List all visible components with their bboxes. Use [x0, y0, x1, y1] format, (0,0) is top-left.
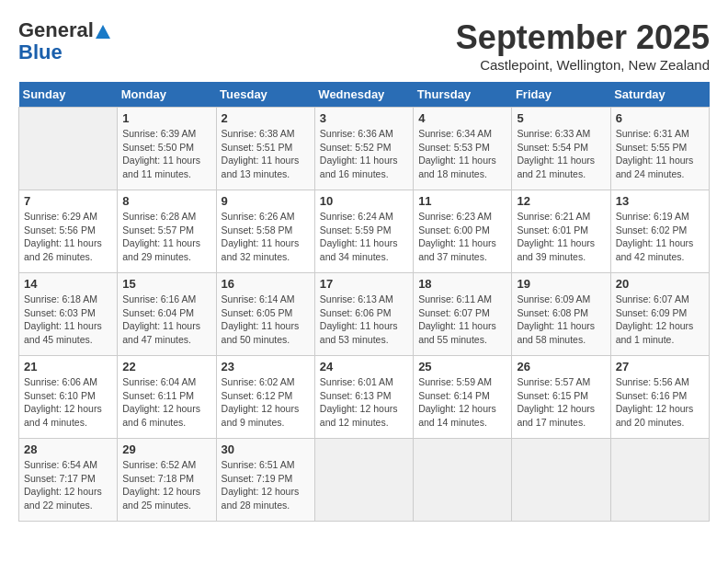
day-number: 12 — [517, 194, 605, 208]
calendar-cell: 17Sunrise: 6:13 AMSunset: 6:06 PMDayligh… — [314, 273, 413, 356]
day-info: Sunrise: 6:09 AMSunset: 6:08 PMDaylight:… — [517, 293, 605, 347]
day-of-week-header: Monday — [118, 82, 216, 108]
month-title: September 2025 — [456, 18, 710, 57]
day-number: 4 — [418, 111, 506, 125]
day-info: Sunrise: 5:59 AMSunset: 6:14 PMDaylight:… — [418, 375, 506, 430]
day-info: Sunrise: 6:04 AMSunset: 6:11 PMDaylight:… — [122, 375, 210, 430]
day-number: 10 — [320, 194, 408, 208]
day-info: Sunrise: 6:34 AMSunset: 5:53 PMDaylight:… — [418, 127, 506, 181]
day-info: Sunrise: 6:29 AMSunset: 5:56 PMDaylight:… — [24, 210, 112, 264]
day-number: 23 — [222, 360, 310, 373]
logo-general: General — [18, 18, 94, 41]
day-number: 19 — [517, 277, 605, 291]
calendar-cell: 10Sunrise: 6:24 AMSunset: 5:59 PMDayligh… — [314, 190, 413, 273]
calendar-cell: 18Sunrise: 6:11 AMSunset: 6:07 PMDayligh… — [414, 273, 512, 356]
location-subtitle: Castlepoint, Wellington, New Zealand — [456, 57, 710, 73]
day-number: 11 — [418, 194, 506, 208]
calendar-cell: 19Sunrise: 6:09 AMSunset: 6:08 PMDayligh… — [512, 273, 610, 356]
calendar-cell: 29Sunrise: 6:52 AMSunset: 7:18 PMDayligh… — [118, 439, 216, 522]
day-info: Sunrise: 6:19 AMSunset: 6:02 PMDaylight:… — [616, 210, 704, 264]
day-info: Sunrise: 6:36 AMSunset: 5:52 PMDaylight:… — [320, 127, 408, 181]
day-number: 27 — [616, 360, 704, 373]
day-number: 14 — [24, 277, 112, 291]
day-info: Sunrise: 6:18 AMSunset: 6:03 PMDaylight:… — [24, 293, 112, 347]
day-info: Sunrise: 6:28 AMSunset: 5:57 PMDaylight:… — [122, 210, 210, 264]
day-info: Sunrise: 5:56 AMSunset: 6:16 PMDaylight:… — [616, 375, 704, 430]
logo-triangle-icon — [96, 25, 110, 39]
calendar-week-row: 7Sunrise: 6:29 AMSunset: 5:56 PMDaylight… — [19, 190, 710, 273]
day-number: 25 — [418, 360, 506, 373]
day-number: 16 — [222, 277, 310, 291]
day-number: 20 — [616, 277, 704, 291]
calendar-cell: 22Sunrise: 6:04 AMSunset: 6:11 PMDayligh… — [118, 356, 216, 439]
day-info: Sunrise: 6:38 AMSunset: 5:51 PMDaylight:… — [222, 127, 310, 181]
logo-blue: Blue — [18, 40, 63, 64]
title-block: September 2025 Castlepoint, Wellington, … — [456, 18, 710, 73]
day-info: Sunrise: 6:33 AMSunset: 5:54 PMDaylight:… — [517, 127, 605, 181]
day-number: 15 — [122, 277, 210, 291]
day-number: 28 — [24, 442, 112, 456]
day-info: Sunrise: 6:24 AMSunset: 5:59 PMDaylight:… — [320, 210, 408, 264]
calendar-cell — [19, 108, 118, 190]
calendar-cell: 11Sunrise: 6:23 AMSunset: 6:00 PMDayligh… — [414, 190, 512, 273]
calendar-week-row: 21Sunrise: 6:06 AMSunset: 6:10 PMDayligh… — [19, 356, 710, 439]
day-number: 26 — [517, 360, 605, 373]
day-info: Sunrise: 6:51 AMSunset: 7:19 PMDaylight:… — [222, 458, 310, 512]
day-number: 5 — [517, 111, 605, 125]
day-number: 24 — [320, 360, 408, 373]
day-info: Sunrise: 6:02 AMSunset: 6:12 PMDaylight:… — [222, 375, 310, 430]
calendar-cell: 2Sunrise: 6:38 AMSunset: 5:51 PMDaylight… — [216, 108, 314, 190]
day-of-week-header: Wednesday — [314, 82, 413, 108]
day-info: Sunrise: 6:01 AMSunset: 6:13 PMDaylight:… — [320, 375, 408, 430]
day-info: Sunrise: 6:07 AMSunset: 6:09 PMDaylight:… — [616, 293, 704, 347]
day-info: Sunrise: 6:16 AMSunset: 6:04 PMDaylight:… — [122, 293, 210, 347]
calendar-cell: 14Sunrise: 6:18 AMSunset: 6:03 PMDayligh… — [19, 273, 118, 356]
calendar-cell: 21Sunrise: 6:06 AMSunset: 6:10 PMDayligh… — [19, 356, 118, 439]
day-number: 3 — [320, 111, 408, 125]
day-of-week-header: Friday — [512, 82, 610, 108]
day-number: 1 — [122, 111, 210, 125]
days-of-week-row: SundayMondayTuesdayWednesdayThursdayFrid… — [19, 82, 710, 108]
calendar-cell: 28Sunrise: 6:54 AMSunset: 7:17 PMDayligh… — [19, 439, 118, 522]
day-number: 6 — [616, 111, 704, 125]
calendar-cell: 13Sunrise: 6:19 AMSunset: 6:02 PMDayligh… — [610, 190, 709, 273]
calendar-cell: 24Sunrise: 6:01 AMSunset: 6:13 PMDayligh… — [314, 356, 413, 439]
calendar-cell — [314, 439, 413, 522]
day-info: Sunrise: 6:52 AMSunset: 7:18 PMDaylight:… — [122, 458, 210, 512]
calendar-cell: 16Sunrise: 6:14 AMSunset: 6:05 PMDayligh… — [216, 273, 314, 356]
day-info: Sunrise: 6:23 AMSunset: 6:00 PMDaylight:… — [418, 210, 506, 264]
calendar-table: SundayMondayTuesdayWednesdayThursdayFrid… — [18, 82, 710, 522]
day-info: Sunrise: 6:14 AMSunset: 6:05 PMDaylight:… — [222, 293, 310, 347]
calendar-week-row: 14Sunrise: 6:18 AMSunset: 6:03 PMDayligh… — [19, 273, 710, 356]
calendar-cell: 6Sunrise: 6:31 AMSunset: 5:55 PMDaylight… — [610, 108, 709, 190]
day-info: Sunrise: 6:26 AMSunset: 5:58 PMDaylight:… — [222, 210, 310, 264]
day-of-week-header: Tuesday — [216, 82, 314, 108]
calendar-cell: 7Sunrise: 6:29 AMSunset: 5:56 PMDaylight… — [19, 190, 118, 273]
logo: General Blue — [18, 18, 110, 64]
calendar-cell — [610, 439, 709, 522]
day-number: 18 — [418, 277, 506, 291]
calendar-cell: 27Sunrise: 5:56 AMSunset: 6:16 PMDayligh… — [610, 356, 709, 439]
calendar-cell: 15Sunrise: 6:16 AMSunset: 6:04 PMDayligh… — [118, 273, 216, 356]
day-of-week-header: Saturday — [610, 82, 709, 108]
calendar-week-row: 28Sunrise: 6:54 AMSunset: 7:17 PMDayligh… — [19, 439, 710, 522]
calendar-cell: 8Sunrise: 6:28 AMSunset: 5:57 PMDaylight… — [118, 190, 216, 273]
day-number: 7 — [24, 194, 112, 208]
calendar-cell: 26Sunrise: 5:57 AMSunset: 6:15 PMDayligh… — [512, 356, 610, 439]
day-number: 29 — [122, 442, 210, 456]
day-number: 13 — [616, 194, 704, 208]
day-info: Sunrise: 6:06 AMSunset: 6:10 PMDaylight:… — [24, 375, 112, 430]
calendar-cell: 1Sunrise: 6:39 AMSunset: 5:50 PMDaylight… — [118, 108, 216, 190]
calendar-cell — [414, 439, 512, 522]
day-info: Sunrise: 6:39 AMSunset: 5:50 PMDaylight:… — [122, 127, 210, 181]
day-of-week-header: Thursday — [414, 82, 512, 108]
day-number: 22 — [122, 360, 210, 373]
day-number: 30 — [222, 442, 310, 456]
day-number: 21 — [24, 360, 112, 373]
calendar-body: 1Sunrise: 6:39 AMSunset: 5:50 PMDaylight… — [19, 108, 710, 522]
calendar-cell: 5Sunrise: 6:33 AMSunset: 5:54 PMDaylight… — [512, 108, 610, 190]
day-number: 9 — [222, 194, 310, 208]
day-number: 2 — [222, 111, 310, 125]
calendar-cell: 3Sunrise: 6:36 AMSunset: 5:52 PMDaylight… — [314, 108, 413, 190]
day-number: 8 — [122, 194, 210, 208]
